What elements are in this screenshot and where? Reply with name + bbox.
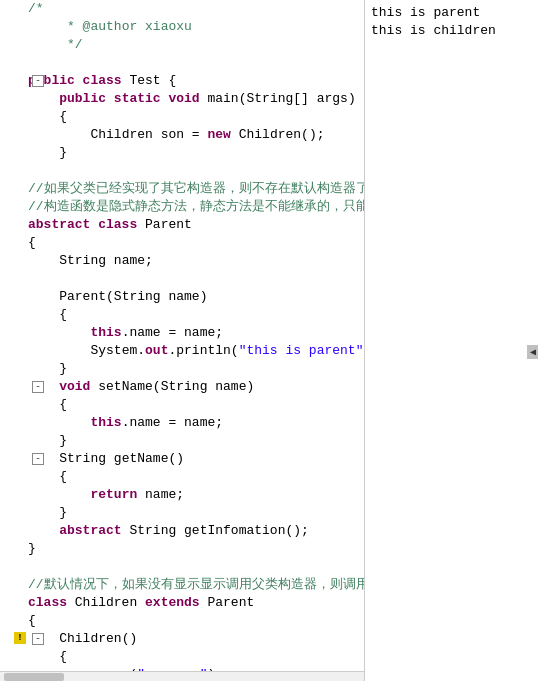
normal-token: {	[59, 307, 67, 322]
code-content: abstract class Parent	[28, 216, 364, 234]
gutter-cell	[28, 234, 48, 252]
normal-token: {	[59, 397, 67, 412]
gutter-cell	[28, 270, 48, 288]
classname-token: Children	[59, 631, 121, 646]
code-content: void setName(String name)	[28, 378, 364, 396]
gutter-cell: -	[28, 450, 48, 468]
table-row	[28, 162, 364, 180]
table-row	[28, 558, 364, 576]
table-row: Children son = new Children();	[28, 126, 364, 144]
table-row: String name;	[28, 252, 364, 270]
table-row: System.out.println("this is parent");	[28, 342, 364, 360]
table-row: //默认情况下，如果没有显示显示调用父类构造器，则调用默认的那个	[28, 576, 364, 594]
normal-token: son =	[153, 127, 208, 142]
normal-token	[137, 595, 145, 610]
classname-token: Parent	[207, 595, 254, 610]
gutter-cell	[28, 522, 48, 540]
method-token: main	[207, 91, 238, 106]
code-content: public static void main(String[] args)	[28, 90, 364, 108]
table-row: {	[28, 234, 364, 252]
scroll-arrow-right[interactable]: ◀	[527, 345, 538, 359]
gutter-cell	[28, 414, 48, 432]
kw-token: return	[90, 487, 137, 502]
gutter-cell	[28, 144, 48, 162]
gutter-cell	[28, 216, 48, 234]
table-row: this.name = name;	[28, 324, 364, 342]
normal-token: }	[59, 433, 67, 448]
gutter-cell	[28, 432, 48, 450]
table-row: */	[28, 36, 364, 54]
fold-button[interactable]: -	[32, 453, 44, 465]
fold-button[interactable]: -	[32, 75, 44, 87]
output-line: this is children	[371, 22, 532, 40]
gutter-cell	[28, 540, 48, 558]
table-row: }	[28, 144, 364, 162]
gutter-cell	[28, 288, 48, 306]
gutter-cell	[28, 126, 48, 144]
code-content: //如果父类已经实现了其它构造器，则不存在默认构造器了，M	[28, 180, 365, 198]
classname-token: Children	[75, 595, 137, 610]
comment-token: */	[59, 37, 82, 52]
normal-token: (String name)	[153, 379, 254, 394]
gutter-cell	[28, 18, 48, 36]
code-content: String getName()	[28, 450, 364, 468]
classname-token: Children	[90, 127, 152, 142]
code-content: {	[28, 108, 364, 126]
method-token: setName	[98, 379, 153, 394]
normal-token: (String[] args)	[239, 91, 356, 106]
code-content: }	[28, 504, 364, 522]
gutter-cell: -	[28, 72, 48, 90]
code-content: {	[28, 648, 364, 666]
gutter-cell	[28, 486, 48, 504]
chinese-token: //如果父类已经实现了其它构造器，则不存在默认构造器了，M	[28, 181, 365, 196]
gutter-cell	[28, 648, 48, 666]
table-row	[28, 270, 364, 288]
code-content: this.name = name;	[28, 414, 364, 432]
code-content: //默认情况下，如果没有显示显示调用父类构造器，则调用默认的那个	[28, 576, 365, 594]
kw-token: this	[90, 415, 121, 430]
fold-button[interactable]: -	[32, 381, 44, 393]
table-row	[28, 54, 364, 72]
code-content: }	[28, 540, 364, 558]
code-content: public class Test {	[28, 72, 364, 90]
kw-token: public static void	[59, 91, 207, 106]
classname-token: Children	[239, 127, 301, 142]
gutter-cell	[28, 558, 48, 576]
gutter-cell	[28, 36, 48, 54]
fold-button[interactable]: -	[32, 633, 44, 645]
code-editor[interactable]: /* * @author xiaoxu */-public class Test…	[0, 0, 365, 681]
code-lines: /* * @author xiaoxu */-public class Test…	[0, 0, 364, 681]
code-content: Parent(String name)	[28, 288, 364, 306]
table-row: * @author xiaoxu	[28, 18, 364, 36]
code-content: {	[28, 234, 364, 252]
normal-token: }	[59, 361, 67, 376]
gutter-cell	[28, 90, 48, 108]
gutter-cell	[28, 504, 48, 522]
classname-token: String	[129, 523, 176, 538]
table-row: }	[28, 432, 364, 450]
kw-token: out	[145, 343, 168, 358]
output-line: this is parent	[371, 4, 532, 22]
normal-token: {	[59, 469, 67, 484]
gutter-cell	[28, 396, 48, 414]
code-content: Children son = new Children();	[28, 126, 364, 144]
code-content: return name;	[28, 486, 364, 504]
scroll-thumb[interactable]	[4, 673, 64, 681]
table-row: class Children extends Parent	[28, 594, 364, 612]
kw-token: void	[59, 379, 98, 394]
gutter-cell	[28, 612, 48, 630]
gutter-cell	[28, 342, 48, 360]
table-row: - String getName()	[28, 450, 364, 468]
table-row: }	[28, 504, 364, 522]
horizontal-scrollbar[interactable]	[0, 671, 364, 681]
table-row: }	[28, 360, 364, 378]
table-row: abstract class Parent	[28, 216, 364, 234]
gutter-cell	[28, 0, 48, 18]
comment-token: * @author xiaoxu	[59, 19, 192, 34]
code-content: {	[28, 306, 364, 324]
table-row: {	[28, 612, 364, 630]
table-row: -public class Test {	[28, 72, 364, 90]
table-row: this.name = name;	[28, 414, 364, 432]
code-content: abstract String getInfomation();	[28, 522, 364, 540]
table-row: return name;	[28, 486, 364, 504]
